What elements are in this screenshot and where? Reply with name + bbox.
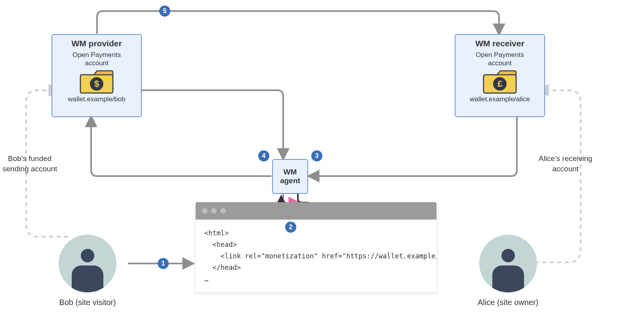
wm-receiver-box: WM receiver Open Paymentsaccount £ walle…	[455, 34, 545, 117]
alice-account-label: Alice's receiving account	[539, 154, 593, 174]
provider-wallet-url: wallet.example/bob	[52, 95, 141, 103]
window-dot-icon	[202, 208, 208, 214]
wm-agent-line2: agent	[280, 176, 300, 185]
person-icon	[59, 235, 116, 292]
window-dot-icon	[220, 208, 226, 214]
step-badge-5: 5	[159, 6, 170, 17]
wm-provider-box: WM provider Open Paymentsaccount $ walle…	[51, 34, 142, 117]
receiver-folder-icon: £	[483, 69, 517, 94]
step-badge-3: 3	[311, 150, 322, 161]
receiver-account-label: Open Paymentsaccount	[455, 51, 544, 68]
svg-text:$: $	[94, 79, 99, 89]
bob-account-label: Bob's funded sending account	[2, 154, 57, 174]
alice-label: Alice (site owner)	[478, 298, 538, 307]
wm-provider-title: WM provider	[52, 39, 141, 48]
receiver-wallet-url: wallet.example/alice	[455, 95, 544, 103]
wm-agent-line1: WM	[284, 168, 297, 176]
wm-receiver-title: WM receiver	[455, 39, 544, 48]
wm-agent-box: WM agent	[272, 159, 308, 194]
step-badge-1: 1	[158, 258, 169, 269]
provider-account-label: Open Paymentsaccount	[52, 51, 141, 68]
bob-person: Bob (site visitor)	[59, 235, 116, 307]
browser-titlebar	[196, 202, 436, 220]
svg-text:£: £	[497, 79, 503, 89]
alice-person: Alice (site owner)	[478, 235, 538, 307]
step-badge-4: 4	[258, 150, 269, 161]
person-icon	[479, 235, 537, 292]
step-badge-2: 2	[285, 222, 296, 233]
provider-folder-icon: $	[80, 69, 114, 94]
window-dot-icon	[211, 208, 217, 214]
browser-code: <html> <head> <link rel="monetization" h…	[196, 220, 436, 292]
bob-label: Bob (site visitor)	[59, 298, 116, 307]
browser-window: <html> <head> <link rel="monetization" h…	[196, 202, 436, 292]
